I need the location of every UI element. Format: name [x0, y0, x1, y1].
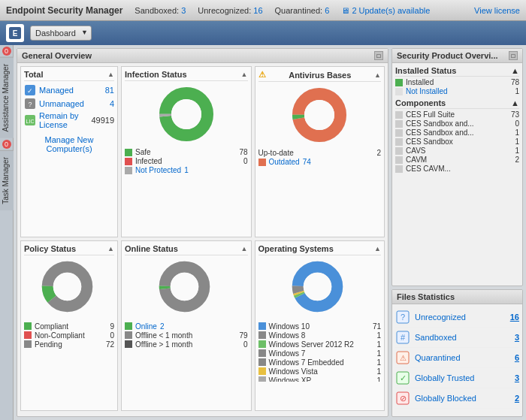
view-license-link[interactable]: View license: [474, 6, 520, 15]
general-overview-panel: General Overview □ Total ▲: [17, 48, 388, 417]
os-win7emb: Windows 7 Embedded 1: [258, 358, 382, 367]
svg-text:?: ?: [401, 313, 405, 322]
not-protected-count[interactable]: 1: [184, 166, 189, 174]
antivirus-donut: Up-to-date 2 Outdated 74: [258, 85, 382, 167]
security-overview-panel: Security Product Overvi... □ Installed S…: [391, 48, 523, 286]
globally-trusted-icon: ✓: [395, 370, 410, 385]
cavm-row: CAVM 2: [395, 156, 519, 164]
remain-icon: LIC: [24, 114, 36, 126]
online-count[interactable]: 2: [160, 322, 165, 331]
unmanaged-link[interactable]: Unmanaged: [39, 99, 107, 108]
online-link[interactable]: Online: [135, 322, 157, 331]
win8-color: [258, 331, 266, 339]
ces-sandbox1-color: [395, 120, 403, 128]
sidebar-badge-1: 0: [2, 47, 11, 56]
os-win10: Windows 10 71: [258, 322, 382, 331]
managed-count[interactable]: 81: [105, 86, 114, 95]
globally-trusted-link[interactable]: Globally Trusted: [415, 373, 510, 382]
manage-new-link[interactable]: Manage New Computer(s): [24, 135, 114, 153]
not-protected-legend: Not Protected 1: [125, 166, 248, 174]
unrecognized-link[interactable]: 16: [253, 6, 262, 15]
overview-content: Total ▲ ✓ Managed 81: [17, 63, 388, 414]
sandboxed-link[interactable]: 3: [181, 6, 186, 15]
sandboxed-icon: #: [395, 330, 410, 345]
offline1-color: [125, 331, 132, 339]
dashboard-dropdown[interactable]: Dashboard ▼: [30, 26, 92, 41]
os-legend: Windows 10 71 Windows 8 1: [258, 322, 382, 382]
outdated-count[interactable]: 74: [303, 158, 311, 166]
installed-row: Installed 78: [395, 78, 519, 86]
quarantined-count[interactable]: 6: [515, 353, 519, 362]
ces-sandbox3-row: CES Sandbox 1: [395, 137, 519, 146]
winvista-color: [258, 367, 266, 375]
managed-icon: ✓: [24, 84, 36, 96]
unrecognized-stat: Unrecognized: 16: [198, 6, 262, 15]
uptodate-legend: Up-to-date 2: [258, 149, 382, 157]
quarantined-stat: Quarantined: 6: [275, 6, 330, 15]
unrecognized-link[interactable]: Unrecognized: [415, 313, 506, 322]
win2012-color: [258, 340, 266, 348]
updates-stat: 🖥 2 Update(s) available: [341, 6, 430, 15]
unmanaged-count[interactable]: 4: [110, 99, 114, 108]
svg-text:?: ?: [28, 101, 32, 108]
not-installed-link[interactable]: Not Installed: [406, 87, 512, 95]
components-section: Components ▲ CES Full Suite 73 CES Sandb…: [395, 98, 519, 173]
os-chart: [289, 258, 349, 319]
sidebar-badge-2: 0: [2, 140, 11, 149]
antivirus-warning-icon: ⚠: [258, 70, 266, 80]
antivirus-chart: [289, 85, 349, 145]
files-stats-panel: Files Statistics ? Unrecognized 16: [391, 289, 523, 417]
safe-legend: Safe 78: [125, 148, 248, 156]
online-legend: Online 2 Offline < 1 month 79: [125, 322, 248, 349]
svg-point-15: [304, 100, 334, 130]
svg-text:E: E: [13, 29, 18, 38]
total-arrow-icon: ▲: [107, 71, 114, 78]
antivirus-panel: ⚠ Antivirus Bases ▲: [255, 66, 385, 237]
sidebar-tab-task[interactable]: Task Manager: [0, 150, 14, 210]
installed-color: [395, 79, 403, 86]
unmanaged-row: ? Unmanaged 4: [24, 98, 114, 110]
security-overview-title: Security Product Overvi...: [397, 51, 498, 60]
remain-row: LIC Remain by License 49919: [24, 111, 114, 129]
os-winxp: Windows XP 1: [258, 376, 382, 382]
globally-trusted-row: ✓ Globally Trusted 3: [395, 368, 519, 388]
ces-cavm-row: CES CAVM...: [395, 165, 519, 173]
os-arrow-icon: ▲: [374, 245, 381, 252]
security-overview-content: Installed Status ▲ Installed 78 Not Inst…: [392, 63, 522, 283]
globally-blocked-count[interactable]: 2: [515, 394, 519, 403]
files-stats-title: Files Statistics: [397, 292, 455, 301]
topbar: Endpoint Security Manager Sandboxed: 3 U…: [0, 0, 526, 21]
globally-blocked-link[interactable]: Globally Blocked: [415, 394, 510, 403]
outdated-link[interactable]: Outdated: [269, 158, 300, 166]
ces-sandbox2-color: [395, 129, 403, 137]
offline2-legend: Offline > 1 month 0: [125, 340, 248, 349]
content-area: General Overview □ Total ▲: [14, 45, 526, 420]
quarantined-link[interactable]: 6: [325, 6, 329, 15]
installed-status-section: Installed Status ▲ Installed 78 Not Inst…: [395, 66, 519, 95]
topbar-stats: Sandboxed: 3 Unrecognized: 16 Quarantine…: [135, 6, 474, 15]
online-donut: Online 2 Offline < 1 month 79: [125, 258, 248, 349]
updates-link[interactable]: 2 Update(s) available: [352, 6, 430, 15]
unmanaged-icon: ?: [24, 98, 36, 110]
unrecognized-count[interactable]: 16: [510, 313, 519, 322]
sandboxed-count[interactable]: 3: [515, 333, 519, 342]
sandboxed-link[interactable]: Sandboxed: [415, 333, 510, 342]
policy-legend: Compliant 9 Non-Compliant 0: [24, 322, 114, 349]
total-panel: Total ▲ ✓ Managed 81: [20, 66, 118, 237]
winxp-color: [258, 376, 266, 382]
not-protected-link[interactable]: Not Protected: [135, 166, 181, 174]
online-legend-row: Online 2: [125, 322, 248, 331]
overview-row-2: Policy Status ▲: [20, 240, 385, 412]
topbar-actions: View license: [474, 6, 520, 15]
quarantined-link[interactable]: Quarantined: [415, 353, 510, 362]
managed-link[interactable]: Managed: [39, 86, 102, 95]
online-chart: [156, 258, 216, 319]
cavs-color: [395, 147, 403, 155]
sidebar-tab-assistance[interactable]: Assistance Manager: [0, 57, 14, 138]
globally-trusted-count[interactable]: 3: [515, 373, 519, 382]
panel-expand-btn[interactable]: □: [374, 51, 383, 60]
ces-cavm-color: [395, 165, 403, 173]
security-expand-btn[interactable]: □: [509, 51, 518, 60]
outdated-color: [258, 159, 266, 166]
navbar: E Dashboard ▼: [0, 21, 526, 45]
